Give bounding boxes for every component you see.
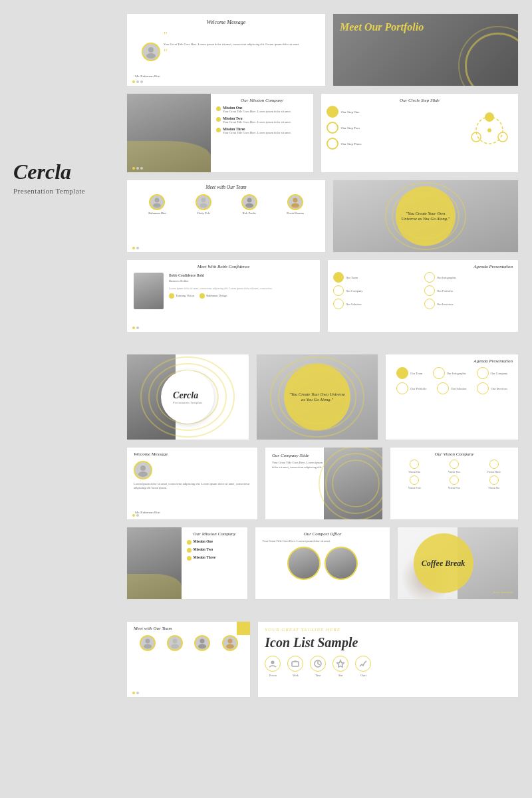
training-dot (169, 293, 174, 299)
agenda2-item-6: Our Investors (477, 382, 507, 394)
svg-point-10 (200, 203, 207, 208)
vision-item-5: Vision Five (436, 475, 473, 489)
team2-avatar-4 (222, 635, 238, 651)
slide-team-2[interactable]: Meet with Our Team (126, 621, 251, 698)
member-avatar-4 (287, 194, 303, 210)
svg-point-4 (498, 132, 507, 142)
member-avatar-1 (149, 194, 165, 210)
vision-label-5: Vision Five (448, 486, 461, 489)
vision-item-4: Vision Four (396, 475, 434, 489)
agenda2-item-4: Our Portfolio (396, 382, 426, 394)
footer-dot-2 (136, 80, 139, 83)
bobb-name: Bobb Confidence Bold (169, 273, 273, 278)
mission-text-3: Your Great Title Goes Here. Lorem ipsum … (223, 131, 291, 135)
vision-label-3: Vision Three (487, 470, 501, 473)
agenda2-row-2: Our Portfolio Our Solution Our Investors (391, 382, 513, 394)
slide-welcome-2[interactable]: Welcome Message Lorem ipsum dolor sit am… (126, 447, 258, 520)
mission-item-3: Mission Three Your Great Title Goes Here… (216, 127, 308, 135)
coffee-yellow-circle: Coffee Break (414, 533, 473, 593)
footer-dot-14 (136, 692, 139, 694)
slide-quote[interactable]: "You Create Your Own Universe as You Go … (332, 180, 519, 253)
slide-coffee[interactable]: Coffee Break Arise Sunshine (397, 527, 519, 600)
agenda-item-5: Our Solution (333, 299, 422, 309)
slide-quote-2[interactable]: "You Create Your Own Universe as You Go … (256, 354, 379, 440)
quote-open: " (164, 31, 168, 41)
agenda-label-4: Our Portfolio (437, 289, 453, 293)
slide-bobb[interactable]: Meet With Bobb Confidence Bobb Confidenc… (126, 259, 321, 332)
slide-footer-4 (132, 327, 139, 329)
team2-member-1 (140, 635, 156, 651)
agenda-item-2: Our Infographic (424, 272, 513, 283)
quote-yellow-circle: "You Create Your Own Universe as You Go … (396, 186, 456, 246)
slide-team[interactable]: Meet with Our Team Ralmman Bini Dotty Po… (126, 180, 326, 253)
slide-mission-2[interactable]: Our Mission Company Mission One Mission … (126, 527, 248, 600)
slide-footer (132, 80, 143, 83)
slide-row-2: Our Mission Company Mission One Your Gre… (126, 93, 519, 173)
member-name-3: Rob Poulst (243, 211, 256, 215)
footer-dot-3 (140, 80, 143, 83)
office-img-2 (325, 547, 358, 580)
left-sidebar: Cercla Presentation Template (13, 13, 116, 698)
brand-subtitle: Presentation Template (13, 187, 116, 195)
bobb-title: Meet With Bobb Confidence (134, 264, 313, 269)
slide-mission[interactable]: Our Mission Company Mission One Your Gre… (126, 93, 314, 173)
slide-row-8: Meet with Our Team (126, 621, 519, 698)
slide-cercla-title[interactable]: Cercla Presentation Template (126, 354, 249, 440)
slide-office[interactable]: Our Comport Office Your Great Title Goes… (255, 527, 390, 600)
svg-point-32 (171, 644, 179, 649)
slide-portfolio[interactable]: Meet Our Portfolio (332, 13, 519, 86)
svg-point-28 (332, 460, 379, 507)
mission-title: Our Mission Company (216, 98, 308, 103)
slide-welcome[interactable]: Welcome Message " Your Great Title Goes … (126, 13, 326, 86)
slide-row-4: Meet With Bobb Confidence Bobb Confidenc… (126, 259, 519, 332)
separator-2 (126, 606, 519, 614)
vision-title: Our Vision Company (396, 452, 513, 457)
agenda-item-6: Our Investors (424, 299, 513, 309)
brand-title: Cercla (13, 160, 116, 184)
svg-point-36 (226, 644, 234, 649)
icon-label-1: Person (269, 674, 277, 677)
vision-label-2: Vision Two (448, 470, 460, 473)
slide-agenda-2[interactable]: Agenda Presentation Our Team Our Infogra… (385, 354, 519, 440)
design-dot (200, 293, 205, 299)
agenda2-title: Agenda Presentation (391, 358, 513, 364)
welcome-quote-text: Your Great Title Goes Here. Lorem ipsum … (164, 43, 319, 47)
step-dot-2 (327, 122, 338, 134)
footer-dot-1 (132, 80, 135, 83)
icon-label-3: Time (315, 674, 321, 677)
slide-welcome-title: Welcome Message (134, 19, 319, 25)
team-title: Meet with Our Team (134, 184, 319, 190)
agenda2-content: Our Team Our Infographic Our Company (391, 367, 513, 394)
slide-circle-step[interactable]: Our Circle Step Slide Our Step One Our S… (321, 93, 519, 173)
agenda-circle-2 (424, 272, 435, 283)
agenda-label-5: Our Solution (346, 303, 361, 306)
mission2-item-3: Mission Three (187, 555, 243, 561)
slide-icon-list[interactable]: YOUR GREAT TAGLINE HERE Icon List Sample… (257, 621, 519, 698)
mission-content: Our Mission Company Mission One Your Gre… (211, 94, 313, 172)
coffee-title: Coffee Break (422, 559, 465, 568)
svg-point-35 (227, 639, 232, 644)
mission-dot-3 (216, 128, 221, 132)
mission2-title: Our Mission Company (187, 531, 243, 537)
footer-dot-11 (132, 514, 135, 517)
bobb-info: Bobb Confidence Bold Business Holder Lor… (169, 273, 273, 309)
agenda2-item-1: Our Team (396, 367, 422, 379)
svg-rect-38 (292, 662, 299, 666)
slide-vision[interactable]: Our Vision Company Vision One Vision Two… (390, 447, 519, 520)
vision-dot-1 (410, 460, 419, 469)
agenda-label-6: Our Investors (437, 303, 454, 306)
slide-row-6: Welcome Message Lorem ipsum dolor sit am… (126, 447, 519, 520)
vision-label-4: Vision Four (408, 486, 421, 489)
team2-avatar-3 (194, 635, 210, 651)
footer-dot-7 (132, 247, 135, 249)
member-name-2: Dotty Pols (198, 211, 210, 215)
team-members: Ralmman Bini Dotty Pols Rob Poulst (134, 194, 319, 215)
agenda-circle-4 (424, 285, 435, 296)
svg-point-27 (326, 454, 383, 513)
step-dot-1 (327, 106, 338, 118)
slide-company[interactable]: Our Company Slide Your Great Title Goes … (265, 447, 383, 520)
slide-agenda[interactable]: Agenda Presentation Our Team Our Infogra… (327, 259, 519, 332)
svg-point-13 (293, 198, 298, 203)
mission2-label-2: Mission Two (194, 547, 213, 551)
agenda-item-4: Our Portfolio (424, 285, 513, 296)
